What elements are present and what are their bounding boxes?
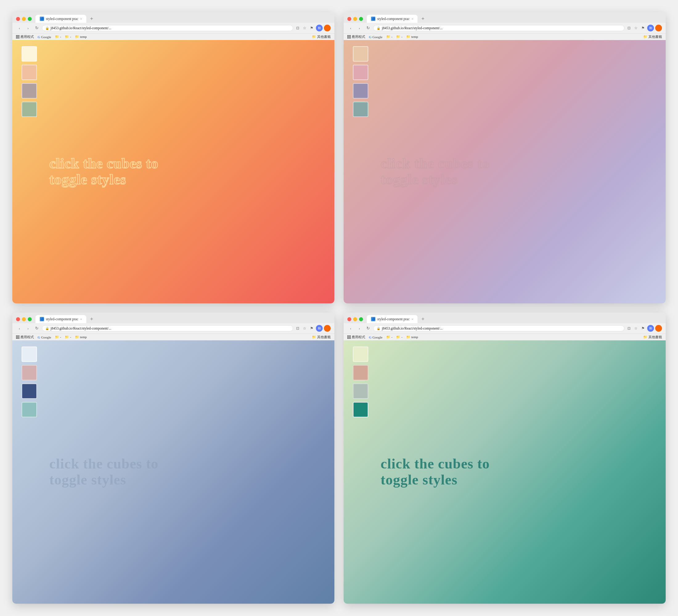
- bookmarks-others[interactable]: 📁其他書籤: [312, 335, 331, 339]
- address-bar[interactable]: 🔒j8453.github.io/React/styled-component/…: [373, 25, 625, 31]
- active-tab[interactable]: 🔵styled-component prac×: [35, 315, 86, 323]
- forward-button[interactable]: ›: [25, 325, 31, 332]
- cube-3[interactable]: [22, 83, 37, 98]
- tab-close-button[interactable]: ×: [80, 17, 82, 20]
- close-button[interactable]: [347, 17, 351, 21]
- cube-2[interactable]: [353, 65, 368, 80]
- bookmarks-others[interactable]: 📁其他書籤: [643, 35, 662, 39]
- bookmarks-apps[interactable]: 應用程式: [16, 35, 34, 39]
- cube-4[interactable]: [353, 402, 368, 417]
- tab-close-button[interactable]: ×: [411, 317, 413, 321]
- bookmark-folder-0[interactable]: 📁 -: [386, 335, 392, 339]
- bookmarks-apps[interactable]: 應用程式: [16, 335, 34, 339]
- minimize-button[interactable]: [353, 317, 357, 321]
- bookmark-folder-0[interactable]: 📁 -: [386, 35, 392, 39]
- back-button[interactable]: ‹: [16, 25, 23, 31]
- new-tab-button[interactable]: +: [419, 316, 427, 322]
- bookmark-icon[interactable]: ☆: [633, 326, 639, 331]
- bookmark-folder-0[interactable]: 📁 -: [55, 335, 61, 339]
- flag-icon[interactable]: ⚑: [640, 326, 646, 331]
- address-bar[interactable]: 🔒j8453.github.io/React/styled-component/…: [373, 325, 625, 331]
- new-tab-button[interactable]: +: [87, 316, 96, 322]
- bookmarks-google[interactable]: GGoogle: [369, 35, 382, 39]
- tab-close-button[interactable]: ×: [80, 317, 82, 321]
- screen-reader-icon[interactable]: ⊡: [626, 326, 632, 331]
- minimize-button[interactable]: [353, 17, 357, 21]
- refresh-button[interactable]: ↻: [33, 25, 40, 31]
- user-avatar-blue[interactable]: 翻: [316, 325, 323, 332]
- user-avatar-blue[interactable]: 翻: [316, 25, 323, 31]
- new-tab-button[interactable]: +: [87, 16, 96, 22]
- forward-button[interactable]: ›: [25, 25, 31, 31]
- refresh-button[interactable]: ↻: [33, 325, 40, 332]
- user-avatar-orange[interactable]: [324, 25, 331, 31]
- forward-button[interactable]: ›: [356, 325, 363, 332]
- bookmarks-apps[interactable]: 應用程式: [347, 35, 365, 39]
- active-tab[interactable]: 🔵styled-component prac×: [367, 315, 418, 323]
- bookmark-folder-1[interactable]: 📁 -: [65, 35, 71, 39]
- bookmark-folder-2[interactable]: 📁 temp: [75, 335, 87, 339]
- bookmark-folder-2[interactable]: 📁 temp: [406, 35, 418, 39]
- cube-3[interactable]: [22, 383, 37, 399]
- back-button[interactable]: ‹: [16, 325, 23, 332]
- screen-reader-icon[interactable]: ⊡: [295, 326, 300, 331]
- screen-reader-icon[interactable]: ⊡: [295, 25, 300, 31]
- flag-icon[interactable]: ⚑: [309, 25, 315, 31]
- bookmark-folder-0[interactable]: 📁 -: [55, 35, 61, 39]
- cube-1[interactable]: [22, 46, 37, 61]
- bookmarks-google[interactable]: GGoogle: [38, 35, 51, 39]
- bookmark-icon[interactable]: ☆: [633, 25, 639, 31]
- flag-icon[interactable]: ⚑: [640, 25, 646, 31]
- cube-4[interactable]: [353, 101, 368, 117]
- back-button[interactable]: ‹: [347, 25, 354, 31]
- bookmark-folder-1[interactable]: 📁 -: [396, 35, 402, 39]
- refresh-button[interactable]: ↻: [365, 325, 371, 332]
- minimize-button[interactable]: [22, 17, 26, 21]
- cube-4[interactable]: [22, 402, 37, 417]
- address-bar[interactable]: 🔒j8453.github.io/React/styled-component/…: [42, 25, 293, 31]
- bookmark-icon[interactable]: ☆: [302, 25, 308, 31]
- flag-icon[interactable]: ⚑: [309, 326, 315, 331]
- user-avatar-orange[interactable]: [324, 325, 331, 332]
- forward-button[interactable]: ›: [356, 25, 363, 31]
- minimize-button[interactable]: [22, 317, 26, 321]
- refresh-button[interactable]: ↻: [365, 25, 371, 31]
- new-tab-button[interactable]: +: [419, 16, 427, 22]
- user-avatar-blue[interactable]: 翻: [647, 325, 654, 332]
- address-bar[interactable]: 🔒j8453.github.io/React/styled-component/…: [42, 325, 293, 331]
- close-button[interactable]: [347, 317, 351, 321]
- bookmarks-google[interactable]: GGoogle: [38, 335, 51, 339]
- cube-2[interactable]: [22, 65, 37, 80]
- bookmark-folder-2[interactable]: 📁 temp: [75, 35, 87, 39]
- maximize-button[interactable]: [359, 17, 363, 21]
- user-avatar-blue[interactable]: 翻: [647, 25, 654, 31]
- screen-reader-icon[interactable]: ⊡: [626, 25, 632, 31]
- bookmark-folder-1[interactable]: 📁 -: [65, 335, 71, 339]
- bookmarks-others[interactable]: 📁其他書籤: [312, 35, 331, 39]
- close-button[interactable]: [16, 17, 20, 21]
- user-avatar-orange[interactable]: [655, 325, 662, 332]
- bookmark-folder-1[interactable]: 📁 -: [396, 335, 402, 339]
- close-button[interactable]: [16, 317, 20, 321]
- maximize-button[interactable]: [28, 17, 32, 21]
- bookmark-folder-2[interactable]: 📁 temp: [406, 335, 418, 339]
- back-button[interactable]: ‹: [347, 325, 354, 332]
- cube-3[interactable]: [353, 383, 368, 399]
- bookmarks-google[interactable]: GGoogle: [369, 335, 382, 339]
- bookmark-icon[interactable]: ☆: [302, 326, 308, 331]
- active-tab[interactable]: 🔵styled-component prac×: [35, 15, 86, 23]
- cube-2[interactable]: [353, 365, 368, 380]
- cube-1[interactable]: [353, 46, 368, 61]
- cube-1[interactable]: [353, 346, 368, 362]
- cube-2[interactable]: [22, 365, 37, 380]
- cube-4[interactable]: [22, 101, 37, 117]
- cube-1[interactable]: [22, 346, 37, 362]
- maximize-button[interactable]: [359, 317, 363, 321]
- tab-close-button[interactable]: ×: [411, 17, 413, 20]
- maximize-button[interactable]: [28, 317, 32, 321]
- active-tab[interactable]: 🔵styled-component prac×: [367, 15, 418, 23]
- cube-3[interactable]: [353, 83, 368, 98]
- bookmarks-others[interactable]: 📁其他書籤: [643, 335, 662, 339]
- user-avatar-orange[interactable]: [655, 25, 662, 31]
- bookmarks-apps[interactable]: 應用程式: [347, 335, 365, 339]
